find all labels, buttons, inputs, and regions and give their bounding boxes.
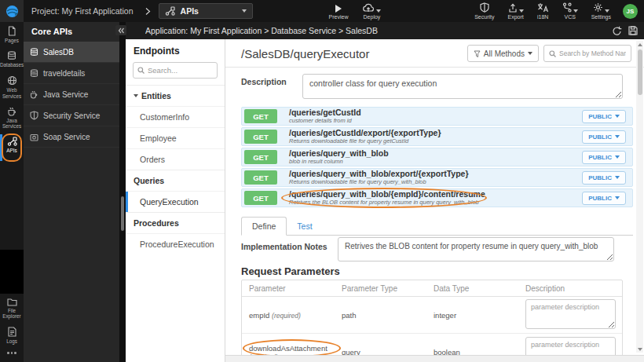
data-type: integer bbox=[434, 311, 525, 320]
methods-filter-dropdown[interactable]: All Methods bbox=[467, 45, 539, 62]
procedures-section-header[interactable]: Procedures bbox=[126, 212, 225, 233]
service-item-label: Java Service bbox=[43, 90, 88, 99]
endpoints-title: Endpoints bbox=[126, 39, 225, 62]
services-panel-title: Core APIs bbox=[24, 22, 119, 42]
endpoint-summary: Retrives the BLOB content for property r… bbox=[289, 199, 582, 206]
refresh-icon bbox=[612, 26, 622, 36]
endpoints-search-input[interactable] bbox=[148, 66, 213, 75]
visibility-dropdown[interactable]: PUBLIC bbox=[582, 171, 626, 185]
scroll-up-arrow[interactable] bbox=[636, 41, 643, 48]
service-item-soap-service[interactable]: Soap Service bbox=[24, 126, 119, 148]
parameter-description-textarea[interactable] bbox=[525, 299, 616, 329]
service-item-salesdb[interactable]: SalesDB bbox=[24, 42, 119, 63]
database-icon bbox=[30, 69, 38, 78]
apis-icon bbox=[165, 6, 175, 16]
scrollbar-thumb[interactable] bbox=[121, 196, 124, 231]
visibility-dropdown[interactable]: PUBLIC bbox=[582, 110, 626, 123]
sidebar-item-apis[interactable]: APIs bbox=[0, 133, 24, 157]
method-search-input[interactable] bbox=[559, 49, 626, 57]
method-search[interactable] bbox=[543, 45, 631, 62]
left-icon-rail: Pages Databases Web Services Java Servic… bbox=[0, 22, 24, 362]
scrollbar-thumb[interactable] bbox=[638, 49, 642, 95]
caret-down-icon bbox=[528, 52, 532, 55]
collapse-panel-button[interactable] bbox=[115, 25, 126, 35]
endpoint-item-employee[interactable]: Employee bbox=[126, 127, 225, 148]
queries-section-header[interactable]: Queries bbox=[126, 170, 225, 191]
sidebar-item-web-services[interactable]: Web Services bbox=[0, 71, 24, 102]
endpoints-search[interactable] bbox=[133, 62, 218, 79]
endpoint-row[interactable]: GET /queries/query_with_blob blob in res… bbox=[241, 148, 633, 166]
globe-icon bbox=[7, 75, 17, 86]
visibility-value: PUBLIC bbox=[588, 154, 612, 161]
parameter-type: path bbox=[342, 311, 434, 320]
endpoint-item-orders[interactable]: Orders bbox=[126, 148, 225, 170]
section-label: Entities bbox=[141, 91, 171, 101]
column-header: Description bbox=[525, 284, 622, 293]
rail-label: Web Services bbox=[0, 87, 24, 98]
coffee-icon bbox=[7, 107, 17, 116]
more-icon[interactable] bbox=[0, 352, 24, 354]
endpoint-row-selected[interactable]: GET /queries/query_with_blob/{empId}/con… bbox=[241, 188, 633, 207]
module-dropdown[interactable]: APIs bbox=[159, 3, 253, 19]
sidebar-item-java-services[interactable]: Java Services bbox=[0, 103, 24, 133]
visibility-dropdown[interactable]: PUBLIC bbox=[582, 130, 626, 144]
endpoint-row[interactable]: GET /queries/getCustId customer details … bbox=[241, 107, 633, 126]
main-scrollbar[interactable] bbox=[636, 41, 643, 353]
rail-label: Databases bbox=[0, 62, 24, 68]
services-panel: Core APIs SalesDB traveldetails Java Ser… bbox=[24, 22, 119, 362]
refresh-button[interactable] bbox=[612, 26, 622, 36]
rail-spacer bbox=[0, 250, 24, 294]
scroll-down-arrow[interactable] bbox=[636, 346, 643, 353]
shield-icon bbox=[30, 111, 38, 120]
main-content: /SalesDB/queryExecutor All Methods Descr… bbox=[225, 39, 644, 355]
get-method-badge[interactable]: GET bbox=[244, 109, 277, 123]
i18n-button[interactable]: i18N bbox=[536, 2, 551, 20]
parameter-name-text: empId bbox=[249, 311, 269, 320]
service-item-security-service[interactable]: Security Service bbox=[24, 105, 119, 126]
sidebar-item-file-explorer[interactable]: File Explorer bbox=[0, 294, 24, 323]
get-method-badge[interactable]: GET bbox=[244, 191, 277, 205]
get-method-badge[interactable]: GET bbox=[244, 130, 277, 144]
coffee-icon bbox=[30, 90, 38, 99]
preview-button[interactable]: Preview bbox=[327, 2, 350, 20]
export-button[interactable]: Export bbox=[506, 2, 525, 20]
search-icon bbox=[137, 67, 145, 74]
visibility-value: PUBLIC bbox=[588, 174, 612, 181]
save-button[interactable] bbox=[628, 26, 638, 35]
endpoint-row[interactable]: GET /queries/query_with_blob/export/{exp… bbox=[241, 168, 633, 187]
settings-button[interactable]: Settings bbox=[590, 2, 613, 20]
page-icon bbox=[7, 26, 16, 36]
deploy-button[interactable]: Deploy bbox=[360, 2, 382, 20]
sidebar-item-databases[interactable]: Databases bbox=[0, 47, 24, 71]
sidebar-item-logs[interactable]: Logs bbox=[0, 323, 24, 348]
column-header: Data Type bbox=[434, 284, 525, 293]
caret-down-icon bbox=[519, 9, 524, 13]
required-note: (required) bbox=[272, 312, 301, 320]
rail-label: Pages bbox=[5, 38, 19, 43]
wavemaker-logo[interactable] bbox=[0, 0, 24, 22]
vcs-button[interactable]: VCS bbox=[561, 2, 580, 20]
endpoint-row[interactable]: GET /queries/getCustId/export/{exportTyp… bbox=[241, 127, 633, 146]
endpoint-item-customerinfo[interactable]: CustomerInfo bbox=[126, 106, 225, 127]
export-label: Export bbox=[507, 14, 523, 20]
tab-define[interactable]: Define bbox=[241, 217, 287, 236]
service-item-traveldetails[interactable]: traveldetails bbox=[24, 63, 119, 84]
description-textarea[interactable]: controller class for query execution bbox=[302, 74, 623, 99]
endpoint-item-queryexecution[interactable]: QueryExecution bbox=[126, 191, 225, 212]
tab-test[interactable]: Test bbox=[287, 218, 322, 235]
entities-section-header[interactable]: Entities bbox=[126, 85, 225, 106]
database-icon bbox=[7, 51, 16, 60]
visibility-dropdown[interactable]: PUBLIC bbox=[582, 192, 626, 205]
sidebar-item-pages[interactable]: Pages bbox=[0, 22, 24, 47]
caret-down-icon bbox=[615, 176, 620, 179]
security-button[interactable]: Security bbox=[473, 2, 496, 20]
services-panel-scrollbar[interactable] bbox=[119, 22, 126, 362]
visibility-dropdown[interactable]: PUBLIC bbox=[582, 151, 626, 164]
get-method-badge[interactable]: GET bbox=[244, 170, 277, 185]
endpoint-item-procedureexecution[interactable]: ProcedureExecution bbox=[126, 233, 225, 254]
service-item-java-service[interactable]: Java Service bbox=[24, 84, 119, 105]
service-item-label: Soap Service bbox=[43, 133, 90, 141]
user-avatar[interactable]: JS bbox=[623, 4, 638, 19]
implementation-notes-textarea[interactable]: Retrives the BLOB content for property r… bbox=[338, 237, 614, 261]
get-method-badge[interactable]: GET bbox=[244, 150, 277, 164]
